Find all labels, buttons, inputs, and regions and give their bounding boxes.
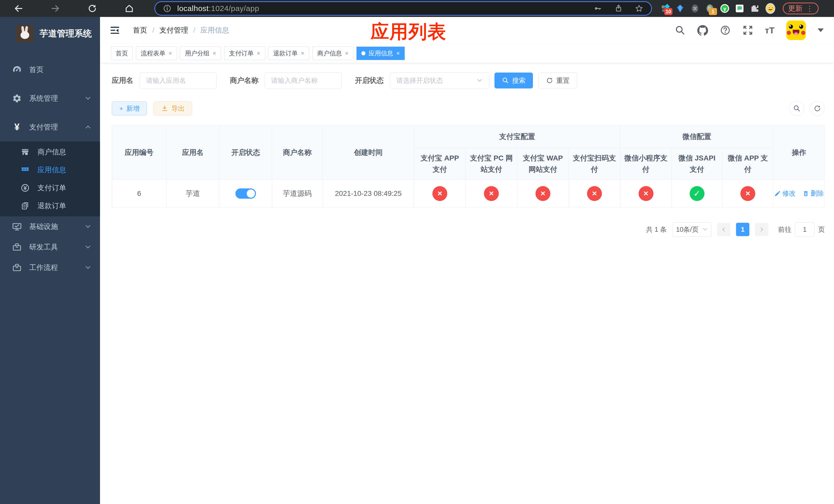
fullscreen-icon[interactable] bbox=[743, 25, 753, 36]
browser-menu-kebab-icon[interactable]: ⋮ bbox=[806, 4, 813, 13]
add-button[interactable]: + 新增 bbox=[112, 101, 147, 115]
delete-label: 删除 bbox=[811, 189, 824, 198]
extension-dot-icon[interactable]: 1 bbox=[705, 4, 715, 13]
sidebar-item-refund-order[interactable]: 退款订单 bbox=[0, 197, 100, 215]
sidebar-item-payment[interactable]: ¥ 支付管理 bbox=[0, 113, 100, 141]
sidebar-item-infrastructure[interactable]: 基础设施 bbox=[0, 216, 100, 237]
help-icon[interactable] bbox=[720, 25, 731, 36]
close-icon[interactable]: × bbox=[257, 50, 260, 57]
merchant-name-input[interactable] bbox=[265, 72, 342, 89]
profile-emoji-icon[interactable] bbox=[765, 3, 776, 14]
goto-page-input[interactable] bbox=[795, 222, 814, 237]
sidebar-fold-icon[interactable] bbox=[109, 25, 120, 36]
page-size-select[interactable]: 10条/页 bbox=[673, 222, 711, 237]
sidebar-item-home[interactable]: 首页 bbox=[0, 55, 100, 84]
status-select[interactable]: 请选择开启状态 bbox=[390, 72, 489, 89]
close-icon[interactable]: × bbox=[213, 50, 216, 57]
extension-gem-icon[interactable] bbox=[676, 4, 685, 13]
edit-link[interactable]: 修改 bbox=[774, 189, 796, 198]
cell-alipay-pc: × bbox=[466, 180, 517, 207]
extension-command-icon[interactable]: ⌘ bbox=[690, 4, 700, 13]
github-icon[interactable] bbox=[697, 25, 708, 36]
tag-app-info-active[interactable]: 应用信息 × bbox=[356, 47, 405, 60]
forward-icon[interactable] bbox=[50, 3, 61, 14]
sidebar-item-dev-tools[interactable]: 研发工具 bbox=[0, 237, 100, 257]
tag-process-form[interactable]: 流程表单 × bbox=[136, 47, 177, 60]
bookmark-star-icon[interactable] bbox=[635, 4, 643, 13]
app-name-input[interactable] bbox=[139, 72, 216, 89]
tag-merchant-info[interactable]: 商户信息 × bbox=[312, 47, 353, 60]
extensions-puzzle-icon[interactable] bbox=[750, 4, 759, 13]
share-icon[interactable] bbox=[614, 4, 623, 13]
delete-link[interactable]: 删除 bbox=[803, 189, 824, 198]
url-text[interactable]: localhost:1024/pay/app bbox=[177, 4, 259, 13]
user-avatar[interactable] bbox=[786, 21, 806, 40]
chevron-down-icon bbox=[85, 223, 91, 230]
close-icon[interactable]: × bbox=[301, 50, 304, 57]
cell-alipay-wap: × bbox=[517, 180, 569, 207]
reset-button[interactable]: 重置 bbox=[539, 72, 577, 88]
filter-status: 开启状态 请选择开启状态 bbox=[355, 72, 489, 89]
close-icon[interactable]: × bbox=[396, 50, 400, 57]
extension-yudao-icon[interactable]: y bbox=[720, 4, 729, 13]
current-page-button[interactable]: 1 bbox=[736, 223, 749, 236]
sidebar-item-merchant-info[interactable]: 商户信息 bbox=[0, 143, 100, 161]
breadcrumb: 首页 / 支付管理 / 应用信息 bbox=[133, 25, 229, 35]
close-icon[interactable]: × bbox=[345, 50, 349, 57]
browser-update-button[interactable]: 更新 ⋮ bbox=[783, 3, 819, 14]
breadcrumb-payment[interactable]: 支付管理 bbox=[159, 25, 188, 35]
back-icon[interactable] bbox=[13, 3, 24, 14]
prev-page-button[interactable] bbox=[717, 223, 730, 236]
alipay-pc-status-icon: × bbox=[484, 186, 499, 201]
pay-circle-icon bbox=[20, 182, 31, 193]
filter-form: 应用名 商户名称 开启状态 请选择开启状态 搜索 bbox=[112, 72, 825, 89]
app-title: 芋道管理系统 bbox=[40, 28, 92, 40]
search-icon[interactable] bbox=[675, 25, 685, 36]
alipay-app-status-icon: × bbox=[432, 186, 447, 201]
font-size-icon[interactable]: тT bbox=[765, 25, 774, 36]
status-label: 开启状态 bbox=[355, 76, 384, 85]
status-toggle[interactable] bbox=[236, 188, 256, 199]
chevron-right-icon bbox=[759, 227, 765, 232]
tag-home[interactable]: 首页 bbox=[111, 47, 133, 60]
col-group-wechat: 微信配置 bbox=[620, 125, 773, 148]
extension-chat-icon[interactable] bbox=[735, 4, 744, 13]
close-icon[interactable]: × bbox=[169, 50, 172, 57]
app-logo-row[interactable]: 芋道管理系统 bbox=[0, 17, 100, 45]
refresh-table-button[interactable] bbox=[810, 101, 825, 116]
export-button[interactable]: 导出 bbox=[154, 101, 192, 115]
hide-search-button[interactable] bbox=[789, 101, 804, 116]
tag-label: 商户信息 bbox=[317, 49, 342, 58]
sidebar-item-label: 退款订单 bbox=[38, 201, 66, 211]
documents-icon bbox=[20, 200, 31, 211]
sidebar-item-label: 支付订单 bbox=[38, 183, 66, 193]
col-merchant: 商户名称 bbox=[272, 125, 323, 180]
reload-icon[interactable] bbox=[87, 3, 97, 14]
sidebar-item-workflow[interactable]: 工作流程 bbox=[0, 257, 100, 278]
chevron-down-icon bbox=[85, 244, 91, 250]
breadcrumb-home[interactable]: 首页 bbox=[133, 25, 147, 35]
cell-wx-jsapi: ✓ bbox=[672, 180, 722, 207]
address-bar[interactable]: localhost:1024/pay/app bbox=[154, 1, 652, 16]
tag-pay-order[interactable]: 支付订单 × bbox=[224, 47, 265, 60]
search-button[interactable]: 搜索 bbox=[495, 72, 533, 88]
avatar-dropdown-caret-icon[interactable] bbox=[818, 28, 824, 32]
sidebar-item-pay-order[interactable]: 支付订单 bbox=[0, 179, 100, 197]
password-key-icon[interactable] bbox=[594, 4, 602, 13]
cell-created: 2021-10-23 08:49:25 bbox=[323, 180, 414, 207]
home-icon[interactable] bbox=[124, 3, 134, 14]
next-page-button[interactable] bbox=[755, 223, 768, 236]
extension-tiles-icon[interactable]: 10 bbox=[661, 4, 670, 13]
sidebar-item-system[interactable]: 系统管理 bbox=[0, 84, 100, 113]
goto-label: 前往 bbox=[778, 225, 791, 234]
topbar-actions: тT bbox=[675, 21, 834, 40]
tag-refund-order[interactable]: 退款订单 × bbox=[268, 47, 309, 60]
search-button-label: 搜索 bbox=[512, 76, 526, 85]
merchant-name-label: 商户名称 bbox=[230, 76, 259, 85]
app-table: 应用编号 应用名 开启状态 商户名称 创建时间 支付宝配置 微信配置 操作 支付… bbox=[112, 125, 825, 207]
site-info-icon[interactable] bbox=[163, 4, 172, 13]
extension-badge: 1 bbox=[709, 8, 717, 15]
tag-user-group[interactable]: 用户分组 × bbox=[180, 47, 221, 60]
breadcrumb-current: 应用信息 bbox=[201, 25, 229, 35]
sidebar-item-app-info[interactable]: 应用信息 bbox=[0, 161, 100, 179]
